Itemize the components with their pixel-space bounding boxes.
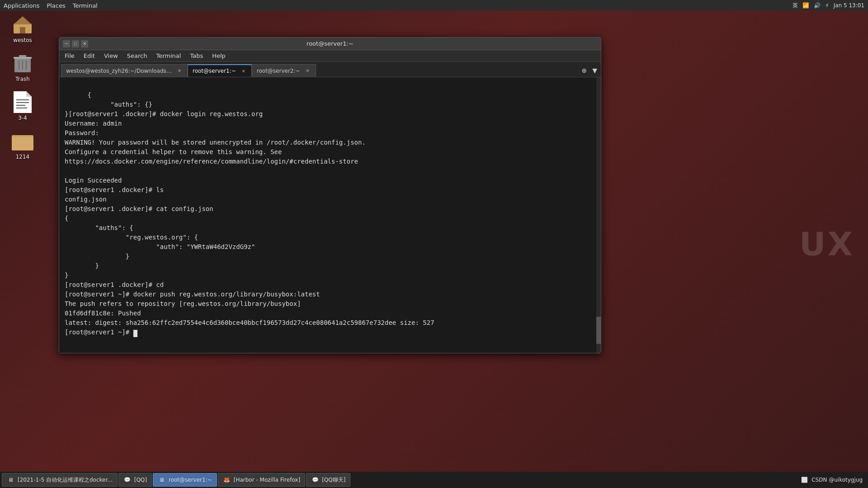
- topbar-places[interactable]: Places: [47, 2, 65, 9]
- svg-rect-11: [16, 99, 29, 100]
- svg-rect-12: [16, 102, 29, 103]
- tab-2-close[interactable]: ✕: [241, 68, 247, 74]
- trash-label: Trash: [15, 76, 30, 82]
- trash-icon: [12, 52, 33, 74]
- taskbar-qq2-label: [QQ聊天]: [322, 476, 345, 484]
- menu-file[interactable]: File: [61, 52, 78, 60]
- tabs-controls: ⊕ ▼: [580, 66, 599, 77]
- svg-rect-5: [19, 55, 26, 57]
- home-icon: [12, 14, 33, 35]
- taskbar-harbor[interactable]: 🦊 [Harbor - Mozilla Firefox]: [218, 473, 305, 487]
- svg-marker-10: [26, 91, 32, 97]
- qq-icon: 💬: [123, 476, 132, 484]
- menu-bar: File Edit View Search Terminal Tabs Help: [59, 50, 601, 62]
- ux-watermark: UX: [799, 225, 854, 263]
- topbar-lang: 英: [793, 2, 798, 9]
- qq2-icon: 💬: [311, 476, 319, 484]
- tab-1-close[interactable]: ✕: [176, 68, 183, 74]
- topbar-power-icon: ⚡: [825, 2, 829, 9]
- westos-label: westos: [13, 37, 32, 43]
- doc-label: 3-4: [18, 115, 27, 121]
- taskbar-files[interactable]: 🖥 [2021-1-5 自动化运维课程之docker...: [2, 473, 118, 487]
- tabs-bar: westos@westos_zyh26:~/Downloads/qq-files…: [59, 62, 601, 77]
- folder-icon: [12, 130, 33, 152]
- terminal-output: { "auths": {} }[root@server1 .docker]# d…: [65, 91, 434, 336]
- tabs-scroll-icon[interactable]: ⊕: [580, 66, 589, 75]
- cursor: [133, 330, 137, 337]
- svg-rect-17: [12, 137, 33, 150]
- desktop-icons: westos Trash: [5, 14, 41, 160]
- svg-rect-2: [20, 27, 25, 33]
- taskbar-kbd-indicator: ⬜: [801, 477, 808, 483]
- tab-2-label: root@server1:~: [193, 68, 236, 74]
- tab-2[interactable]: root@server1:~ ✕: [188, 64, 252, 77]
- svg-marker-1: [14, 16, 32, 24]
- tab-3-label: root@server2:~: [257, 68, 300, 74]
- topbar-applications[interactable]: Applications: [4, 2, 39, 9]
- taskbar-terminal-label: root@server1:~: [169, 477, 212, 483]
- terminal-window: ─ □ ✕ root@server1:~ File Edit View Sear…: [59, 37, 601, 353]
- topbar-wifi-icon: 📶: [802, 2, 809, 9]
- taskbar-harbor-label: [Harbor - Mozilla Firefox]: [234, 477, 300, 483]
- scrollbar-thumb[interactable]: [596, 317, 601, 344]
- menu-search[interactable]: Search: [123, 52, 151, 60]
- desktop-icon-doc[interactable]: 3-4: [5, 91, 41, 121]
- window-title: root@server1:~: [90, 40, 570, 47]
- menu-tabs[interactable]: Tabs: [186, 52, 207, 60]
- maximize-button[interactable]: □: [72, 40, 79, 47]
- svg-rect-14: [16, 108, 27, 108]
- terminal-icon: 🖥: [158, 476, 166, 484]
- minimize-button[interactable]: ─: [63, 40, 70, 47]
- firefox-icon: 🦊: [223, 476, 231, 484]
- tab-3-close[interactable]: ✕: [305, 68, 311, 74]
- title-bar: ─ □ ✕ root@server1:~: [59, 38, 601, 50]
- menu-terminal[interactable]: Terminal: [152, 52, 184, 60]
- document-icon: [12, 91, 33, 113]
- folder-label: 1214: [16, 154, 30, 160]
- taskbar-qq2[interactable]: 💬 [QQ聊天]: [306, 473, 350, 487]
- tab-1-label: westos@westos_zyh26:~/Downloads/qq-files…: [66, 68, 172, 74]
- tab-3[interactable]: root@server2:~ ✕: [252, 64, 316, 77]
- tabs-expand-icon[interactable]: ▼: [590, 66, 599, 75]
- desktop-icon-folder[interactable]: 1214: [5, 130, 41, 160]
- menu-help[interactable]: Help: [208, 52, 229, 60]
- topbar-datetime: Jan 5 13:01: [834, 2, 864, 9]
- taskbar-qq[interactable]: 💬 [QQ]: [118, 473, 152, 487]
- taskbar: 🖥 [2021-1-5 自动化运维课程之docker... 💬 [QQ] 🖥 r…: [0, 472, 868, 488]
- taskbar-right: ⬜ CSDN @uikotygjug: [801, 477, 866, 483]
- topbar-terminal[interactable]: Terminal: [73, 2, 98, 9]
- scrollbar[interactable]: [596, 77, 601, 353]
- topbar-audio-icon: 🔊: [814, 2, 821, 9]
- close-button[interactable]: ✕: [81, 40, 88, 47]
- taskbar-csdn: CSDN @uikotygjug: [811, 477, 863, 483]
- desktop-icon-trash[interactable]: Trash: [5, 52, 41, 82]
- terminal-content[interactable]: { "auths": {} }[root@server1 .docker]# d…: [59, 77, 601, 353]
- desktop-icon-westos[interactable]: westos: [5, 14, 41, 43]
- tab-1[interactable]: westos@westos_zyh26:~/Downloads/qq-files…: [61, 64, 188, 77]
- taskbar-terminal[interactable]: 🖥 root@server1:~: [153, 473, 217, 487]
- topbar-left: Applications Places Terminal: [4, 2, 98, 9]
- desktop: Applications Places Terminal 英 📶 🔊 ⚡ Jan…: [0, 0, 868, 488]
- files-icon: 🖥: [7, 476, 15, 484]
- taskbar-qq-label: [QQ]: [134, 477, 147, 483]
- topbar: Applications Places Terminal 英 📶 🔊 ⚡ Jan…: [0, 0, 868, 11]
- taskbar-files-label: [2021-1-5 自动化运维课程之docker...: [18, 476, 113, 484]
- menu-edit[interactable]: Edit: [80, 52, 99, 60]
- menu-view[interactable]: View: [100, 52, 122, 60]
- svg-rect-13: [16, 105, 25, 106]
- topbar-right: 英 📶 🔊 ⚡ Jan 5 13:01: [793, 2, 864, 9]
